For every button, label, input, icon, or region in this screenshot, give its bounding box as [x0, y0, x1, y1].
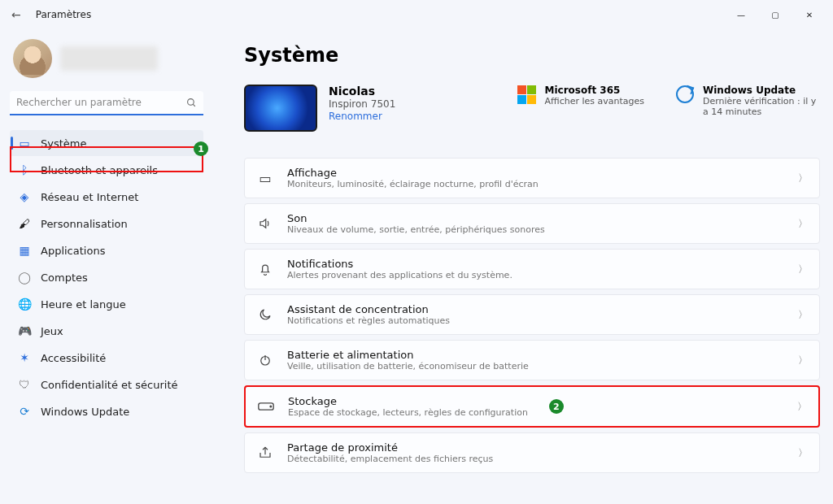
shield-icon: 🛡: [18, 378, 31, 391]
maximize-button[interactable]: ▢: [758, 2, 792, 27]
card-sub: Veille, utilisation de batterie, économi…: [287, 361, 529, 371]
sidebar-item-label: Accessibilité: [41, 352, 106, 364]
page-title: Système: [244, 44, 820, 67]
power-icon: [256, 351, 274, 369]
accessibility-icon: ✶: [18, 351, 31, 364]
sidebar-item-system[interactable]: ▭Système: [10, 130, 203, 156]
profile-name-redacted: [60, 46, 158, 71]
sidebar-item-label: Confidentialité et sécurité: [41, 379, 178, 391]
sidebar-item-windows-update[interactable]: ⟳Windows Update: [10, 398, 203, 424]
apps-icon: ▦: [18, 244, 31, 257]
back-button[interactable]: ←: [7, 5, 26, 24]
windows-update-pill[interactable]: Windows Update Dernière vérification : i…: [675, 85, 817, 117]
ms365-pill[interactable]: Microsoft 365 Afficher les avantages: [517, 85, 644, 117]
card-display[interactable]: ▭ AffichageMoniteurs, luminosité, éclair…: [244, 158, 820, 198]
svg-line-1: [193, 104, 195, 106]
wifi-icon: ◈: [18, 190, 31, 203]
card-title: Notifications: [287, 258, 512, 270]
ms365-icon: [517, 85, 536, 104]
rename-link[interactable]: Renommer: [329, 111, 395, 122]
svg-point-0: [188, 99, 194, 106]
gamepad-icon: 🎮: [18, 324, 31, 337]
chevron-right-icon: 〉: [797, 400, 807, 414]
card-nearby-sharing[interactable]: Partage de proximitéDétectabilité, empla…: [244, 432, 820, 473]
wallpaper-thumb: [244, 85, 317, 132]
card-title: Assistant de concentration: [287, 303, 450, 315]
bell-icon: [256, 260, 274, 278]
main-content: Système Nicolas Inspiron 7501 Renommer M…: [212, 29, 833, 504]
card-title: Batterie et alimentation: [287, 349, 529, 361]
card-sub: Notifications et règles automatiques: [287, 315, 450, 326]
moon-icon: [256, 306, 274, 324]
card-sub: Moniteurs, luminosité, éclairage nocturn…: [287, 179, 539, 189]
card-title: Affichage: [287, 167, 539, 179]
card-sub: Détectabilité, emplacement des fichiers …: [287, 454, 493, 464]
wu-sub: Dernière vérification : il y a 14 minute…: [703, 96, 817, 117]
sidebar-item-label: Bluetooth et appareils: [41, 164, 158, 176]
windows-update-icon: [675, 85, 695, 104]
sidebar-item-accounts[interactable]: ◯Comptes: [10, 264, 203, 290]
card-sub: Espace de stockage, lecteurs, règles de …: [288, 407, 528, 418]
update-icon: ⟳: [18, 405, 31, 418]
device-model: Inspiron 7501: [329, 98, 395, 110]
wu-title: Windows Update: [703, 85, 817, 96]
chevron-right-icon: 〉: [798, 172, 808, 185]
sidebar-item-label: Comptes: [41, 272, 88, 284]
chevron-right-icon: 〉: [798, 217, 808, 231]
monitor-icon: ▭: [256, 169, 274, 187]
annotation-badge-2: 2: [549, 399, 564, 414]
card-title: Stockage: [288, 395, 528, 407]
card-notifications[interactable]: NotificationsAlertes provenant des appli…: [244, 249, 820, 289]
device-header-row: Nicolas Inspiron 7501 Renommer Microsoft…: [244, 85, 820, 132]
share-icon: [256, 444, 274, 462]
sidebar: ▭Système ᛒBluetooth et appareils ◈Réseau…: [0, 29, 212, 504]
sidebar-item-time-lang[interactable]: 🌐Heure et langue: [10, 291, 203, 317]
nav-list: ▭Système ᛒBluetooth et appareils ◈Réseau…: [10, 130, 203, 424]
card-power-battery[interactable]: Batterie et alimentationVeille, utilisat…: [244, 340, 820, 380]
ms365-sub: Afficher les avantages: [544, 96, 644, 106]
sidebar-item-apps[interactable]: ▦Applications: [10, 237, 203, 263]
sidebar-item-label: Heure et langue: [41, 298, 126, 311]
chevron-right-icon: 〉: [798, 354, 808, 367]
sidebar-item-gaming[interactable]: 🎮Jeux: [10, 318, 203, 344]
titlebar: ← Paramètres — ▢ ✕: [0, 0, 833, 29]
search-icon: [186, 98, 197, 111]
chevron-right-icon: 〉: [798, 446, 808, 460]
card-title: Son: [287, 212, 545, 224]
sidebar-item-privacy[interactable]: 🛡Confidentialité et sécurité: [10, 371, 203, 398]
sidebar-item-label: Personnalisation: [41, 218, 128, 230]
clock-globe-icon: 🌐: [18, 298, 31, 311]
drive-icon: [257, 398, 275, 415]
speaker-icon: [256, 215, 274, 232]
card-sub: Niveaux de volume, sortie, entrée, périp…: [287, 224, 545, 235]
bluetooth-icon: ᛒ: [18, 163, 31, 176]
svg-point-5: [270, 406, 272, 407]
search-box[interactable]: [10, 91, 203, 115]
sidebar-item-label: Windows Update: [41, 406, 129, 418]
ms365-title: Microsoft 365: [544, 85, 644, 96]
sidebar-item-network[interactable]: ◈Réseau et Internet: [10, 184, 203, 210]
person-icon: ◯: [18, 271, 31, 284]
profile-block[interactable]: [10, 39, 203, 78]
card-title: Partage de proximité: [287, 441, 493, 454]
minimize-button[interactable]: —: [724, 2, 758, 27]
display-icon: ▭: [18, 137, 31, 150]
card-storage[interactable]: StockageEspace de stockage, lecteurs, rè…: [244, 385, 820, 428]
chevron-right-icon: 〉: [798, 263, 808, 276]
sidebar-item-label: Jeux: [41, 325, 63, 337]
card-sub: Alertes provenant des applications et du…: [287, 270, 512, 280]
device-name: Nicolas: [329, 85, 395, 98]
brush-icon: 🖌: [18, 217, 31, 230]
close-button[interactable]: ✕: [792, 2, 826, 27]
avatar: [13, 39, 52, 78]
card-sound[interactable]: SonNiveaux de volume, sortie, entrée, pé…: [244, 203, 820, 244]
sidebar-item-label: Système: [41, 137, 86, 150]
sidebar-item-bluetooth[interactable]: ᛒBluetooth et appareils: [10, 157, 203, 183]
card-focus-assist[interactable]: Assistant de concentrationNotifications …: [244, 294, 820, 335]
sidebar-item-accessibility[interactable]: ✶Accessibilité: [10, 345, 203, 371]
chevron-right-icon: 〉: [798, 308, 808, 322]
sidebar-item-personalization[interactable]: 🖌Personnalisation: [10, 211, 203, 237]
window-title: Paramètres: [36, 9, 91, 20]
sidebar-item-label: Réseau et Internet: [41, 191, 138, 203]
search-input[interactable]: [10, 91, 203, 115]
